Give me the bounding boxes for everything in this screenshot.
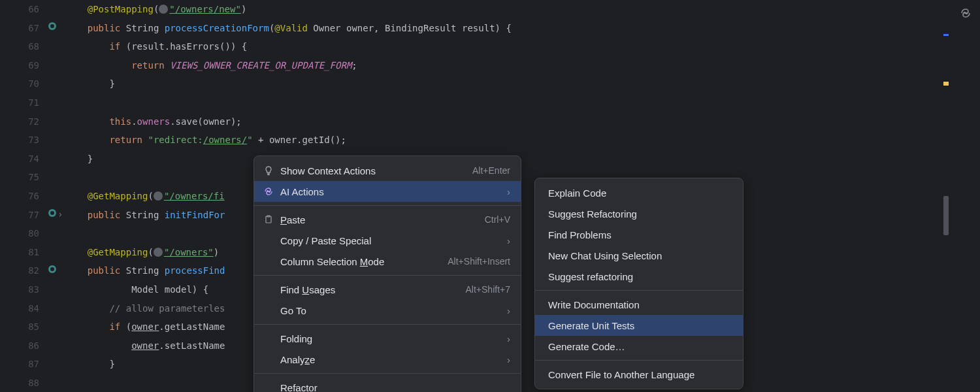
menu-separator <box>254 324 521 325</box>
menu-separator <box>535 290 743 291</box>
submenu-convert-file[interactable]: Convert File to Another Language <box>535 364 743 385</box>
submenu-new-chat[interactable]: New Chat Using Selection <box>535 245 743 266</box>
menu-ai-actions[interactable]: AI Actions › <box>254 181 521 202</box>
chevron-right-icon: › <box>507 186 510 197</box>
menu-show-context-actions[interactable]: Show Context Actions Alt+Enter <box>254 160 521 181</box>
submenu-find-problems[interactable]: Find Problems <box>535 224 743 245</box>
ai-swirl-icon <box>262 186 275 197</box>
right-gutter <box>947 0 980 392</box>
menu-separator <box>254 373 521 374</box>
scrollbar-thumb[interactable] <box>943 196 949 235</box>
menu-separator <box>254 275 521 276</box>
clipboard-icon <box>262 215 275 224</box>
menu-separator <box>535 360 743 361</box>
gutter-endpoint-icon[interactable] <box>47 264 57 274</box>
menu-goto[interactable]: Go To › <box>254 300 521 321</box>
lightbulb-icon <box>262 165 275 176</box>
menu-copy-paste-special[interactable]: Copy / Paste Special › <box>254 230 521 251</box>
submenu-write-documentation[interactable]: Write Documentation <box>535 294 743 315</box>
submenu-generate-unit-tests[interactable]: Generate Unit Tests <box>535 315 743 336</box>
chevron-right-icon: › <box>507 305 510 316</box>
web-icon <box>154 191 163 201</box>
gutter-endpoint-icon[interactable] <box>47 21 57 31</box>
svg-point-1 <box>50 24 54 28</box>
svg-point-3 <box>50 211 54 215</box>
code-editor[interactable]: @PostMapping("/owners/new") public Strin… <box>65 0 980 392</box>
menu-find-usages[interactable]: Find Usages Alt+Shift+7 <box>254 279 521 300</box>
line-number-gutter: 66 67 68 69 70 71 72 73 74 75 76 77 80 8… <box>0 0 46 392</box>
web-icon <box>154 248 163 257</box>
stripe-mark[interactable] <box>943 82 949 86</box>
submenu-suggest-refactoring[interactable]: Suggest Refactoring <box>535 203 743 224</box>
menu-refactor[interactable]: Refactor <box>254 377 521 392</box>
menu-folding[interactable]: Folding › <box>254 328 521 349</box>
gutter-icons: › <box>46 0 65 392</box>
chevron-right-icon: › <box>507 354 510 365</box>
stripe-mark[interactable] <box>943 34 949 36</box>
svg-point-5 <box>50 267 54 271</box>
web-icon <box>159 5 168 14</box>
submenu-explain-code[interactable]: Explain Code <box>535 182 743 203</box>
gutter-endpoint-icon[interactable] <box>47 208 57 218</box>
menu-analyze[interactable]: Analyze › <box>254 349 521 370</box>
ai-actions-submenu: Explain Code Suggest Refactoring Find Pr… <box>534 178 743 389</box>
menu-paste[interactable]: Paste Ctrl+V <box>254 209 521 230</box>
chevron-right-icon: › <box>507 333 510 344</box>
menu-column-selection[interactable]: Column Selection Mode Alt+Shift+Insert <box>254 251 521 272</box>
ai-assistant-icon[interactable] <box>959 7 972 22</box>
fold-chevron-icon[interactable]: › <box>57 209 63 220</box>
submenu-suggest-refactoring-2[interactable]: Suggest refactoring <box>535 266 743 287</box>
context-menu: Show Context Actions Alt+Enter AI Action… <box>253 155 521 392</box>
chevron-right-icon: › <box>507 235 510 246</box>
submenu-generate-code[interactable]: Generate Code… <box>535 336 743 357</box>
menu-separator <box>254 205 521 206</box>
